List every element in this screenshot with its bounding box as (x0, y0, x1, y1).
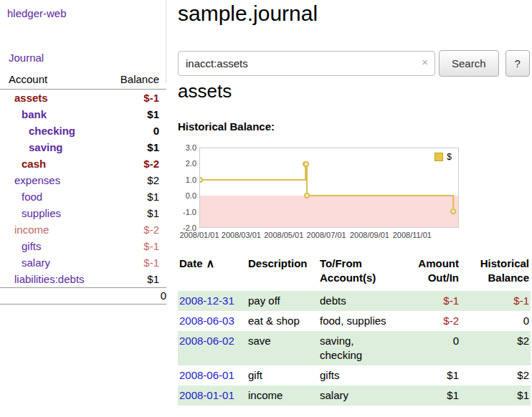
account-name-cell: checking (0, 123, 108, 139)
account-balance: $2 (108, 172, 166, 188)
register-row: 2008-06-01giftgifts$1$2 (178, 365, 531, 385)
register-description: pay off (247, 291, 318, 311)
chart-data-point (200, 178, 202, 182)
account-name-cell: bank (0, 106, 108, 123)
register-date-cell: 2008-12-31 (178, 291, 247, 311)
account-balance: $1 (108, 205, 166, 221)
help-button[interactable]: ? (505, 50, 530, 77)
sidebar-item-journal[interactable]: Journal (9, 52, 44, 64)
sidebar-account-link[interactable]: assets (14, 92, 48, 104)
register-accounts: food, supplies (318, 311, 399, 331)
chart-data-point (305, 193, 309, 198)
chart-legend: $ (433, 151, 453, 163)
y-axis-label: 3.0 (178, 143, 196, 153)
accounts-total-row: 0 (0, 288, 166, 305)
chart-data-point (304, 162, 308, 166)
account-balance: $-1 (108, 254, 166, 271)
register-accounts: debts (318, 291, 399, 311)
account-row: gifts$-1 (0, 238, 166, 254)
account-balance: $-2 (108, 155, 166, 172)
register-accounts: salary (318, 385, 399, 406)
account-balance: $-1 (108, 238, 166, 254)
account-row: food$1 (0, 188, 166, 205)
register-amount: $1 (399, 365, 460, 385)
x-axis: 2008/01/012008/03/012008/05/012008/07/01… (178, 231, 532, 241)
chart-title: Historical Balance: (178, 120, 275, 133)
account-heading: assets (178, 80, 232, 102)
register-description: gift (247, 365, 318, 385)
sidebar-account-link[interactable]: cash (22, 158, 46, 170)
register-balance: 0 (460, 311, 531, 331)
register-header-date[interactable]: Date∧ (178, 255, 247, 291)
sidebar-account-link[interactable]: checking (29, 125, 75, 137)
register-date-link[interactable]: 2008-06-02 (179, 335, 234, 347)
register-row: 2008-12-31pay offdebts$-1$-1 (178, 291, 531, 311)
x-axis-label: 2008/09/01 (350, 231, 389, 239)
register-amount: $1 (399, 385, 460, 406)
register-header-amount: Amount Out/In (399, 255, 460, 291)
account-row: bank$1 (0, 106, 166, 123)
accounts-total-spacer (0, 288, 108, 305)
register-header-amount-line1: Amount (418, 257, 459, 269)
register-header-accounts: To/From Account(s) (318, 255, 399, 291)
sidebar-account-link[interactable]: saving (29, 141, 63, 153)
search-bar: × Search ? (178, 49, 532, 77)
search-button[interactable]: Search (439, 50, 499, 77)
clear-search-icon[interactable]: × (422, 57, 428, 68)
account-balance: $1 (108, 271, 166, 288)
register-amount: $-1 (399, 291, 460, 311)
sidebar-account-link[interactable]: salary (22, 257, 50, 269)
main-content: sample.journal × Search ? assets Histori… (178, 0, 532, 417)
account-row: supplies$1 (0, 205, 166, 221)
register-date-link[interactable]: 2008-06-03 (179, 315, 234, 327)
register-header-balance-line2: Balance (488, 272, 529, 284)
register-table: Date∧ Description To/From Account(s) Amo… (178, 255, 531, 406)
account-name-cell: gifts (0, 238, 108, 254)
sidebar-account-link[interactable]: liabilities:debts (14, 273, 85, 285)
accounts-header-balance: Balance (108, 72, 166, 90)
y-axis-label: 1.0 (178, 175, 196, 185)
legend-swatch-icon (434, 153, 443, 161)
register-description: income (247, 385, 318, 406)
account-row: salary$-1 (0, 254, 166, 271)
sidebar-account-link[interactable]: gifts (22, 240, 42, 252)
sort-ascending-icon: ∧ (206, 257, 215, 269)
register-date-link[interactable]: 2008-01-01 (179, 389, 234, 401)
account-row: saving$1 (0, 139, 166, 155)
account-row: checking0 (0, 123, 166, 139)
chart-data-point (451, 209, 455, 214)
accounts-table: Account Balance assets$-1bank$1checking0… (0, 72, 166, 305)
app-title-link[interactable]: hledger-web (7, 7, 67, 19)
search-input[interactable] (178, 51, 435, 76)
register-header-description-label: Description (248, 257, 308, 269)
register-row: 2008-06-03eat & shopfood, supplies$-20 (178, 311, 531, 331)
hledger-web-app: hledger-web Journal Account Balance asse… (0, 0, 532, 417)
accounts-total-balance: 0 (108, 288, 166, 305)
sidebar-account-link[interactable]: bank (22, 108, 47, 120)
register-date-link[interactable]: 2008-06-01 (179, 369, 234, 381)
register-description: eat & shop (247, 311, 318, 331)
account-balance: 0 (108, 123, 166, 139)
register-amount: $-2 (399, 311, 460, 331)
account-name-cell: liabilities:debts (0, 271, 108, 288)
register-header-description: Description (247, 255, 318, 291)
search-box: × (178, 51, 435, 76)
x-axis-label: 2008/05/01 (264, 231, 303, 239)
account-balance: $-2 (108, 221, 166, 238)
register-header-row: Date∧ Description To/From Account(s) Amo… (178, 255, 531, 291)
accounts-body: assets$-1bank$1checking0saving$1cash$-2e… (0, 90, 166, 288)
x-axis-label: 2008/07/01 (307, 231, 346, 239)
register-date-link[interactable]: 2008-12-31 (179, 294, 234, 307)
sidebar-account-link[interactable]: expenses (14, 174, 60, 186)
register-balance: $2 (460, 365, 531, 385)
register-row: 2008-01-01incomesalary$1$1 (178, 385, 531, 406)
register-date-cell: 2008-01-01 (178, 385, 247, 406)
sidebar-account-link[interactable]: food (22, 191, 42, 203)
sidebar-account-link[interactable]: supplies (22, 207, 61, 219)
balance-chart: 3.02.01.00.0-1.0-2.0 $ 2008/01/012008/03… (178, 142, 532, 244)
sidebar-account-link[interactable]: income (14, 224, 49, 236)
register-description: save (247, 331, 318, 365)
register-header-amount-line2: Out/In (428, 272, 459, 284)
account-balance: $-1 (108, 90, 166, 107)
negative-region (200, 196, 458, 227)
